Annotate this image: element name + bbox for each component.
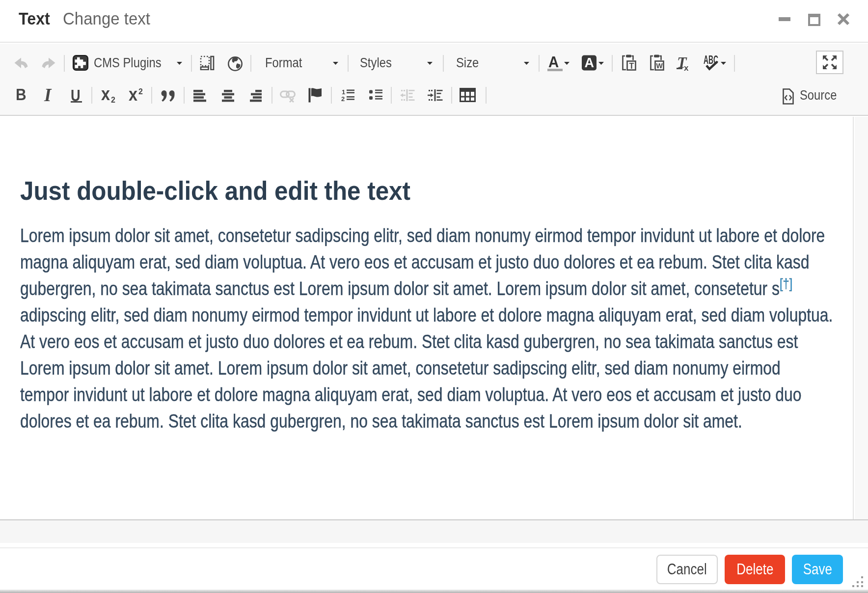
svg-text:x: x xyxy=(684,63,689,71)
svg-text:x: x xyxy=(129,86,137,102)
svg-text:W: W xyxy=(656,62,663,70)
svg-text:x: x xyxy=(101,88,110,104)
svg-text:2: 2 xyxy=(111,96,115,104)
svg-text:1: 1 xyxy=(342,89,345,96)
svg-text:2: 2 xyxy=(138,87,143,96)
svg-text:T: T xyxy=(629,62,634,70)
svg-text:A: A xyxy=(585,55,595,70)
svg-text:ABC: ABC xyxy=(704,54,718,66)
svg-text:2: 2 xyxy=(341,95,345,102)
